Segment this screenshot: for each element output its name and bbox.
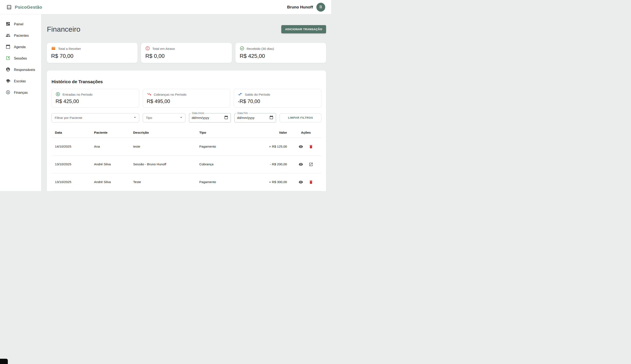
- trash-icon: [309, 144, 313, 149]
- table-row: 29/09/2025 André Silva Sessão - Bruno Hu…: [52, 191, 322, 191]
- card-payment-icon: [51, 46, 56, 52]
- patient-filter-value: Filtrar por Paciente: [55, 116, 82, 120]
- sidebar-item-sessoes[interactable]: Sessões: [0, 53, 41, 64]
- sidebar-item-financas[interactable]: $ Finanças: [0, 87, 41, 98]
- trending-down-icon: [147, 92, 152, 97]
- sidebar-item-label: Painel: [14, 22, 23, 26]
- main-content: Financeiro ADICIONAR TRANSAÇÃO Total a R…: [42, 14, 331, 191]
- app-name: PsicoGestão: [15, 5, 42, 10]
- cell-date: 13/10/2025: [52, 156, 90, 173]
- user-avatar[interactable]: B: [316, 3, 325, 12]
- app-logo-icon: [6, 4, 12, 10]
- sidebar-item-pacientes[interactable]: Pacientes: [0, 30, 41, 42]
- svg-text:$: $: [8, 91, 9, 94]
- view-button[interactable]: [298, 179, 304, 185]
- cell-patient: André Silva: [90, 191, 130, 191]
- column-header-valor: Valor: [252, 128, 290, 138]
- column-header-tipo: Tipo: [196, 128, 252, 138]
- cell-description: Sessão - Bruno Hunoff: [130, 156, 196, 173]
- sidebar-item-label: Sessões: [14, 56, 27, 60]
- stat-label-text: Total em Atraso: [152, 47, 175, 51]
- type-filter-select[interactable]: Tipo: [143, 113, 186, 122]
- cell-date: 13/10/2025: [52, 173, 90, 191]
- dollar-circle-icon: $: [56, 92, 60, 97]
- calendar-icon[interactable]: [270, 116, 273, 120]
- sidebar-item-responsaveis[interactable]: Responsáveis: [0, 64, 41, 76]
- cell-amount: + R$ 300,00: [252, 173, 290, 191]
- open-in-new-icon: [309, 162, 313, 166]
- user-name: Bruno Hunoff: [287, 5, 313, 10]
- stat-value: R$ 425,00: [56, 98, 135, 104]
- column-header-data: Data: [52, 128, 90, 138]
- eye-icon: [298, 180, 303, 184]
- column-header-paciente: Paciente: [90, 128, 130, 138]
- chevron-down-icon: [132, 115, 137, 120]
- card-entradas-periodo: $ Entradas no Período R$ 425,00: [52, 89, 139, 108]
- cell-type: Pagamento: [196, 138, 252, 156]
- dashboard-icon: [6, 22, 10, 27]
- table-row: 13/10/2025 André Silva Teste Pagamento +…: [52, 173, 322, 191]
- sidebar-item-painel[interactable]: Painel: [0, 18, 41, 30]
- date-start-input[interactable]: Data Início dd/mm/yyyy: [189, 113, 231, 122]
- view-button[interactable]: [298, 144, 304, 150]
- cell-patient: André Silva: [90, 173, 130, 191]
- table-row: 14/10/2025 Ana teste Pagamento + R$ 125,…: [52, 138, 322, 156]
- card-recebido-30-dias: Recebido (30 dias) R$ 425,00: [236, 43, 326, 63]
- cell-type: Pagamento: [196, 173, 252, 191]
- period-cards-row: $ Entradas no Período R$ 425,00 Cobrança…: [52, 89, 322, 108]
- clear-filters-button[interactable]: LIMPAR FILTROS: [280, 114, 322, 122]
- stat-value: R$ 425,00: [240, 53, 322, 59]
- sidebar-item-label: Finanças: [14, 91, 28, 94]
- svg-text:$: $: [57, 93, 58, 96]
- compare-arrows-icon: [238, 92, 242, 97]
- column-header-descricao: Descrição: [130, 128, 196, 138]
- sidebar-item-escolas[interactable]: Escolas: [0, 76, 41, 87]
- stat-value: R$ 70,00: [51, 53, 133, 59]
- stat-label-text: Recebido (30 dias): [247, 47, 274, 51]
- cell-type: Cobrança: [196, 156, 252, 173]
- card-total-em-atraso: Total em Atraso R$ 0,00: [141, 43, 232, 63]
- top-bar: PsicoGestão Bruno Hunoff B: [0, 0, 331, 14]
- delete-button[interactable]: [308, 179, 314, 185]
- sidebar-item-agenda[interactable]: Agenda: [0, 42, 41, 53]
- history-title: Histórico de Transações: [52, 79, 322, 84]
- eye-icon: [298, 144, 303, 149]
- sidebar-item-label: Responsáveis: [14, 68, 35, 72]
- card-total-a-receber: Total a Receber R$ 70,00: [47, 43, 138, 63]
- date-end-input[interactable]: Data Fim dd/mm/yyyy: [234, 113, 276, 122]
- stat-label-text: Cobranças no Período: [154, 93, 186, 96]
- app-brand[interactable]: PsicoGestão: [6, 4, 42, 10]
- error-outline-icon: [145, 46, 150, 52]
- calendar-icon[interactable]: [224, 116, 228, 120]
- trash-icon: [309, 180, 313, 184]
- transactions-history-card: Histórico de Transações $ Entradas no Pe…: [47, 70, 326, 191]
- patient-filter-select[interactable]: Filtrar por Paciente: [52, 113, 139, 122]
- cell-type: Cobrança: [196, 191, 252, 191]
- add-transaction-button[interactable]: ADICIONAR TRANSAÇÃO: [281, 25, 326, 33]
- card-saldo-periodo: Saldo do Período -R$ 70,00: [234, 89, 322, 108]
- stat-value: R$ 495,00: [147, 98, 226, 104]
- guardians-circle-icon: [6, 67, 10, 73]
- cell-amount: - R$ 200,00: [252, 191, 290, 191]
- date-start-label: Data Início: [191, 112, 205, 115]
- table-header-row: Data Paciente Descrição Tipo Valor Ações: [52, 128, 322, 138]
- sidebar: Painel Pacientes Agenda Sessões Responsá…: [0, 14, 42, 191]
- cell-patient: André Silva: [90, 156, 130, 173]
- delete-button[interactable]: [308, 144, 314, 150]
- dollar-circle-icon: $: [6, 90, 10, 96]
- edit-square-icon: [6, 56, 10, 61]
- cell-date: 29/09/2025: [52, 191, 90, 191]
- date-end-value: dd/mm/yyyy: [237, 116, 255, 120]
- view-button[interactable]: [298, 162, 304, 167]
- cell-description: Teste: [130, 173, 196, 191]
- cell-patient: Ana: [90, 138, 130, 156]
- open-charge-button[interactable]: [308, 162, 314, 167]
- calendar-icon: [6, 44, 10, 50]
- app-shell: Painel Pacientes Agenda Sessões Responsá…: [0, 14, 331, 191]
- school-icon: [6, 78, 10, 84]
- stat-label-text: Entradas no Período: [62, 93, 92, 96]
- user-area: Bruno Hunoff B: [287, 3, 325, 12]
- sidebar-item-label: Pacientes: [14, 34, 29, 38]
- transactions-table: Data Paciente Descrição Tipo Valor Ações…: [52, 128, 322, 191]
- date-end-label: Data Fim: [236, 112, 249, 115]
